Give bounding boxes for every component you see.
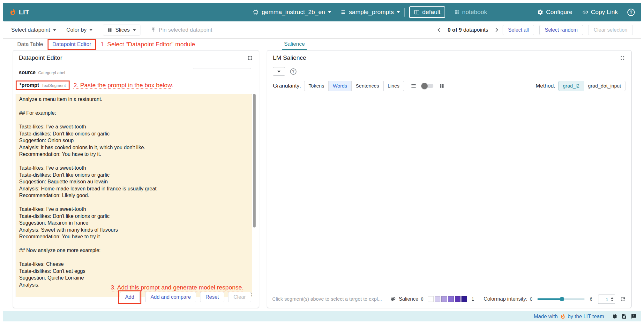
- grid-icon: [454, 9, 460, 15]
- dataset-selector[interactable]: sample_prompts: [341, 9, 400, 16]
- layout-default-button[interactable]: default: [409, 6, 445, 18]
- annotation-step2: 2. Paste the prompt in the box below.: [73, 82, 173, 89]
- method-grad-dot-input[interactable]: grad_dot_input: [584, 81, 625, 91]
- prompt-field-row: *prompt TextSegment 2. Paste the prompt …: [16, 81, 173, 90]
- scrollbar-thumb[interactable]: [253, 94, 256, 227]
- layout-icon: [414, 9, 420, 15]
- slider-fill: [537, 298, 562, 300]
- tab-datapoint-editor[interactable]: Datapoint Editor: [52, 41, 91, 47]
- colormap-swatch: [441, 296, 447, 302]
- granularity-tokens[interactable]: Tokens: [304, 81, 329, 91]
- app-footer: Made with by the LIT team: [3, 311, 641, 321]
- annotation-box-tab: Datapoint Editor: [48, 39, 96, 50]
- spinner-down-icon[interactable]: [611, 300, 613, 301]
- right-module-column: Salience LM Salience ? Granularity: Tok: [267, 39, 632, 311]
- slices-button[interactable]: Slices: [103, 25, 140, 35]
- header-actions: Configure Copy Link ?: [537, 9, 635, 16]
- feedback-icon[interactable]: [631, 313, 637, 319]
- slider-thumb[interactable]: [560, 297, 564, 301]
- tab-data-table[interactable]: Data Table: [13, 41, 48, 48]
- model-selector-label: gemma_instruct_2b_en: [262, 9, 325, 16]
- link-icon: [582, 9, 588, 15]
- add-button[interactable]: Add: [120, 292, 139, 302]
- lit-app: LIT gemma_instruct_2b_en sample_prompts: [0, 0, 644, 323]
- list-icon: [341, 9, 346, 15]
- app-title: LIT: [19, 8, 29, 16]
- left-module-column: Data Table Datapoint Editor 1. Select "D…: [13, 39, 259, 311]
- datapoint-count: 0 of 9: [447, 27, 461, 33]
- caret-down-icon: [328, 11, 331, 13]
- dataset-selector-label: sample_prompts: [349, 9, 394, 16]
- method-grad-l2[interactable]: grad_l2: [558, 81, 584, 91]
- granularity-sentences[interactable]: Sentences: [351, 81, 384, 91]
- help-icon[interactable]: ?: [290, 68, 296, 75]
- copy-link-label: Copy Link: [591, 9, 618, 16]
- granularity-lines[interactable]: Lines: [383, 81, 404, 91]
- caret-down-icon: [89, 29, 93, 31]
- salience-footer-bar: Click segment(s) above to select a targe…: [272, 290, 626, 308]
- toggle-knob: [421, 83, 428, 89]
- model-selector[interactable]: gemma_instruct_2b_en: [252, 9, 331, 16]
- pin-label: Pin selected datapoint: [159, 27, 212, 33]
- scale-min: 0: [421, 296, 423, 302]
- source-field-row: source CategoryLabel: [19, 68, 251, 77]
- color-by-menu[interactable]: Color by: [66, 27, 93, 33]
- prompt-field-label: *prompt: [19, 82, 39, 88]
- source-input[interactable]: [193, 68, 251, 77]
- pin-icon: [151, 27, 156, 33]
- chevron-right-icon[interactable]: [494, 28, 498, 32]
- method-segmented: grad_l2 grad_dot_input: [558, 81, 625, 91]
- selection-toolbar: Select datapoint Color by Slices Pin sel…: [3, 21, 641, 39]
- slices-grid-icon: [107, 27, 112, 33]
- slider-max: 6: [590, 296, 592, 302]
- docs-icon[interactable]: [621, 313, 627, 319]
- annotation-box-add: Add: [118, 290, 141, 304]
- intensity-slider[interactable]: [537, 297, 585, 301]
- spinner-up-icon[interactable]: [611, 297, 613, 299]
- granularity-words[interactable]: Words: [328, 81, 352, 91]
- help-glyph: ?: [292, 69, 295, 74]
- configure-button[interactable]: Configure: [537, 9, 572, 16]
- stepper-arrows[interactable]: [610, 297, 615, 301]
- footer-credit: Made with by the LIT team: [534, 313, 604, 319]
- layout-notebook-button[interactable]: notebook: [450, 7, 491, 17]
- lm-salience-module: LM Salience ? Granularity: Tokens Words …: [267, 50, 632, 308]
- clear-button[interactable]: Clear: [228, 292, 251, 302]
- datapoint-editor-module: Datapoint Editor source CategoryLabel *p…: [13, 50, 259, 308]
- colormap-swatch: [455, 296, 461, 302]
- bug-icon[interactable]: [612, 313, 618, 319]
- reset-icon[interactable]: [620, 296, 626, 302]
- add-and-compare-button[interactable]: Add and compare: [145, 292, 196, 302]
- color-by-label: Color by: [66, 27, 86, 33]
- select-random-button[interactable]: Select random: [539, 25, 583, 35]
- toggle-switch[interactable]: [422, 84, 433, 88]
- density-icon[interactable]: [410, 83, 417, 89]
- scale-max: 1: [472, 296, 474, 302]
- reset-button[interactable]: Reset: [200, 292, 224, 302]
- module-title: Datapoint Editor: [19, 54, 62, 61]
- copy-link-button[interactable]: Copy Link: [582, 9, 618, 16]
- select-datapoint-menu[interactable]: Select datapoint: [11, 27, 56, 33]
- help-icon[interactable]: ?: [627, 9, 635, 16]
- tab-salience[interactable]: Salience: [282, 39, 307, 50]
- pin-datapoint-button[interactable]: Pin selected datapoint: [151, 27, 212, 33]
- prompt-textarea[interactable]: Analyze a menu item in a restaurant. ## …: [16, 94, 252, 297]
- annotation-step1: 1. Select "Datapoint Editor" module.: [101, 41, 197, 48]
- datapoint-counter: 0 of 9 datapoints: [447, 27, 488, 33]
- chevron-left-icon[interactable]: [438, 28, 442, 32]
- expand-icon[interactable]: [619, 55, 625, 61]
- annotation-step3: 3. Add this prompt and generate model re…: [111, 284, 243, 291]
- caret-down-icon: [277, 71, 281, 73]
- apps-grid-icon[interactable]: [438, 83, 445, 89]
- selection-controls: 0 of 9 datapoints Select all Select rand…: [438, 25, 633, 35]
- configure-label: Configure: [546, 9, 572, 16]
- expand-icon[interactable]: [247, 55, 253, 61]
- salience-hint: Click segment(s) above to select a targe…: [272, 296, 382, 302]
- target-selector-dropdown[interactable]: [273, 67, 285, 76]
- intensity-input[interactable]: 1: [598, 295, 615, 304]
- prompt-field-type: TextSegment: [41, 83, 66, 88]
- editor-button-row: Add Add and compare Reset Clear: [13, 290, 251, 304]
- select-all-button[interactable]: Select all: [503, 25, 534, 35]
- team-label: by the LIT team: [568, 313, 604, 319]
- clear-selection-button[interactable]: Clear selection: [588, 25, 633, 35]
